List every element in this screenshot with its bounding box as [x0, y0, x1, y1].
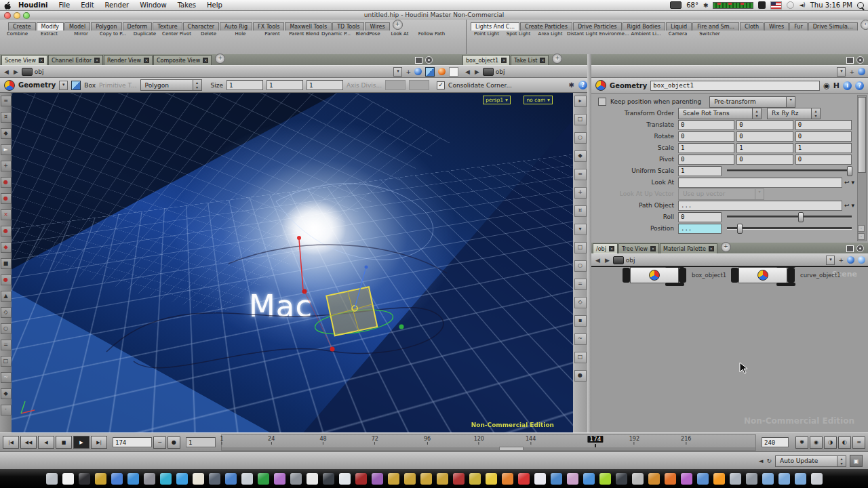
- zoom-orb-icon[interactable]: [858, 256, 865, 264]
- dock-app-icon[interactable]: [762, 473, 774, 485]
- dock-app-icon[interactable]: [778, 473, 790, 485]
- update-mode-select[interactable]: Auto Update: [775, 455, 837, 467]
- vector-z-field[interactable]: 0: [795, 155, 852, 165]
- display-option-icon[interactable]: ▾: [574, 224, 587, 235]
- network-node-icon[interactable]: [613, 256, 624, 264]
- close-tab-icon[interactable]: ×: [94, 58, 100, 63]
- dock-app-icon[interactable]: [209, 473, 220, 485]
- vector-x-field[interactable]: 1: [678, 143, 734, 153]
- shelf-scroll-left-button[interactable]: ‹: [861, 20, 868, 30]
- range-grip[interactable]: [499, 447, 524, 451]
- frame-dot-button[interactable]: ●: [167, 436, 180, 449]
- dock-app-icon[interactable]: [437, 473, 448, 485]
- display-option-icon[interactable]: ¤: [574, 205, 587, 217]
- shelf-tab[interactable]: Cloth: [740, 22, 764, 30]
- viewport-camera-chip[interactable]: persp1 ▾: [483, 96, 511, 104]
- dock-app-icon[interactable]: [795, 473, 806, 485]
- pane-tab[interactable]: Render View ×: [104, 55, 153, 65]
- dock-app-icon[interactable]: [502, 473, 513, 485]
- dock-app-icon[interactable]: [95, 473, 106, 485]
- display-option-icon[interactable]: ▸: [574, 96, 587, 107]
- dock-app-icon[interactable]: [730, 473, 741, 485]
- shelf-tab[interactable]: Character: [183, 22, 220, 30]
- back-arrow-icon[interactable]: ◄: [759, 458, 764, 464]
- node-top-connector[interactable]: [776, 267, 795, 268]
- dock-app-icon[interactable]: [339, 473, 351, 485]
- display-option-icon[interactable]: ~: [574, 333, 587, 345]
- playback-option-button[interactable]: ◐: [838, 436, 851, 449]
- vector-y-field[interactable]: 0: [736, 131, 793, 142]
- display-option-icon[interactable]: =: [574, 279, 587, 290]
- viewport-tool-icon[interactable]: ▲: [1, 291, 12, 302]
- network-node-icon[interactable]: [483, 68, 494, 76]
- shelf-tool[interactable]: Delete: [193, 31, 224, 37]
- viewport-tool-icon[interactable]: □: [1, 356, 12, 367]
- current-frame-badge[interactable]: 174: [587, 436, 603, 443]
- snapshot-cube-icon[interactable]: [425, 67, 435, 77]
- display-flag-icon[interactable]: ◉: [823, 81, 830, 90]
- node-top-connector[interactable]: [665, 267, 684, 268]
- playback-option-button[interactable]: ◉: [810, 436, 823, 449]
- maximize-pane-icon[interactable]: [846, 57, 854, 64]
- dock-app-icon[interactable]: [176, 473, 188, 485]
- pane-tab[interactable]: Material Palette ×: [660, 243, 717, 253]
- gear-status-icon[interactable]: ✱: [703, 2, 709, 9]
- shelf-tab[interactable]: Deform: [123, 22, 153, 30]
- playback-option-button[interactable]: ◑: [824, 436, 837, 449]
- dock-app-icon[interactable]: [665, 473, 676, 485]
- shelf-tool[interactable]: Duplicate: [129, 31, 161, 37]
- op-path-recall-icon[interactable]: ↩: [844, 179, 850, 186]
- uniform-scale-slider[interactable]: [727, 169, 852, 172]
- menu-item[interactable]: Help: [201, 1, 228, 9]
- volume-icon[interactable]: ◄): [799, 2, 805, 8]
- frame-increment-field[interactable]: [186, 437, 216, 447]
- dock-app-icon[interactable]: [144, 473, 155, 485]
- roll-field[interactable]: 0: [678, 212, 722, 222]
- render-orb-icon[interactable]: [438, 68, 446, 75]
- shelf-tab[interactable]: Drive Simula...: [808, 22, 858, 30]
- node-state-icon[interactable]: ✱: [569, 81, 574, 89]
- shelf-tool[interactable]: Hole: [224, 31, 256, 37]
- pane-tab[interactable]: Composite View ×: [153, 55, 212, 65]
- look-at-field[interactable]: [678, 178, 842, 188]
- dock-app-icon[interactable]: [111, 473, 123, 485]
- forward-icon[interactable]: ▶: [604, 257, 611, 264]
- back-icon[interactable]: ◀: [464, 68, 471, 75]
- shelf-tab[interactable]: Rigid Bodies: [623, 22, 665, 30]
- transport-button[interactable]: ◀◀: [20, 436, 37, 449]
- dock-app-icon[interactable]: [599, 473, 611, 485]
- viewport-tool-icon[interactable]: =: [1, 340, 12, 350]
- viewport-tool-icon[interactable]: ●: [1, 226, 12, 237]
- viewport-tool-icon[interactable]: ≡: [1, 96, 12, 106]
- blank-swatch-icon[interactable]: [449, 67, 458, 77]
- viewport-tool-icon[interactable]: ◇: [1, 307, 12, 318]
- shelf-tab[interactable]: Create: [8, 22, 36, 30]
- help-icon[interactable]: ?: [855, 81, 864, 90]
- pin-pane-icon[interactable]: +: [406, 68, 411, 75]
- node-name-field[interactable]: [650, 81, 820, 91]
- network-path[interactable]: obj: [626, 257, 635, 264]
- maximize-pane-icon[interactable]: [415, 57, 422, 64]
- display-option-icon[interactable]: ●: [574, 370, 587, 382]
- dock-app-icon[interactable]: [127, 473, 139, 485]
- scrollbar-thumb[interactable]: [858, 97, 866, 173]
- viewport-tool-icon[interactable]: ×: [1, 209, 12, 220]
- menu-item[interactable]: Window: [134, 1, 172, 9]
- dock-app-icon[interactable]: [567, 473, 578, 485]
- scroll-dot-button[interactable]: ·: [858, 233, 865, 240]
- shelf-tab[interactable]: Maxwell Tools: [285, 22, 332, 30]
- viewport-tool-icon[interactable]: +: [1, 161, 12, 171]
- node-body[interactable]: [630, 267, 679, 283]
- bluetooth-status-icon[interactable]: [758, 1, 766, 9]
- timeline-ruler[interactable]: 1 24 48 72 96 120 144 192 216 174: [221, 434, 756, 451]
- node-input-flag[interactable]: [731, 268, 738, 283]
- network-node-icon[interactable]: [22, 68, 33, 76]
- spotlight-icon[interactable]: [857, 2, 864, 9]
- scroll-dot-button[interactable]: ·: [858, 225, 865, 232]
- node-output-flag[interactable]: [787, 268, 795, 283]
- pane-tab[interactable]: Scene View ×: [1, 55, 47, 65]
- pin-pane-icon[interactable]: +: [838, 257, 844, 264]
- network-path[interactable]: obj: [35, 68, 44, 75]
- pane-menu-icon[interactable]: [856, 245, 864, 252]
- shelf-tool[interactable]: Distant Light: [566, 31, 598, 37]
